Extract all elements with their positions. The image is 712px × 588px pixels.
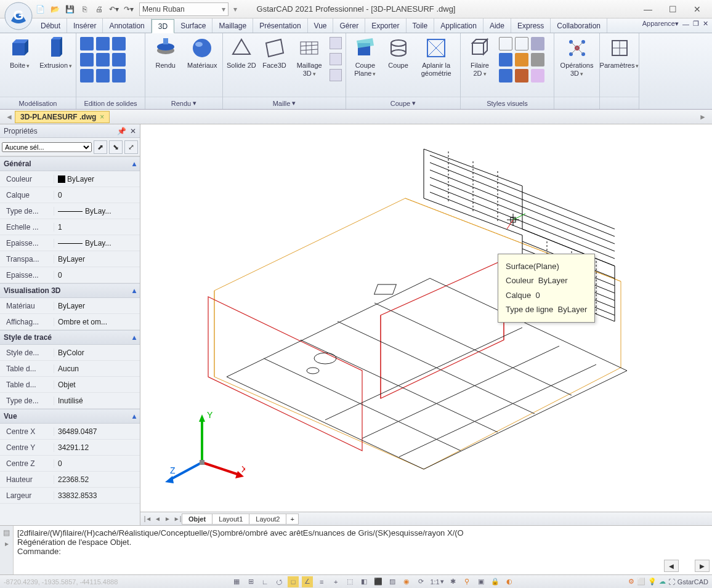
cmd-expand-icon[interactable]: ▸	[5, 539, 9, 548]
mdi-close-icon[interactable]: ✕	[703, 20, 708, 28]
cmd-scroll-right[interactable]: ►	[695, 560, 710, 572]
appearance-dropdown[interactable]: Apparence▾	[642, 20, 679, 28]
tab-collaboration[interactable]: Collaboration	[551, 18, 607, 33]
prop-row[interactable]: Centre X36489.0487	[0, 424, 140, 440]
hatch-icon[interactable]: ▨	[387, 576, 398, 587]
filaire2d-button[interactable]: Filaire 2D	[464, 37, 495, 78]
layout-tab-objet[interactable]: Objet	[182, 513, 212, 525]
scale-dropdown[interactable]: 1:1▾	[429, 576, 444, 587]
tab-maillage[interactable]: Maillage	[212, 18, 253, 33]
cmd-history-icon[interactable]: ▤	[3, 528, 10, 537]
group-style-trace[interactable]: Style de tracé▴	[0, 330, 140, 345]
lineweight-icon[interactable]: ≡	[316, 576, 327, 587]
visual-styles-grid[interactable]	[499, 37, 544, 83]
tab-exporter[interactable]: Exporter	[365, 18, 406, 33]
layout-first[interactable]: |◄	[143, 515, 153, 522]
panel-pin-icon[interactable]: 📌	[117, 127, 126, 135]
snap-grid-icon[interactable]: ▦	[231, 576, 242, 587]
prop-row[interactable]: Calque0	[0, 187, 140, 203]
prop-row[interactable]: Epaisse...ByLay...	[0, 235, 140, 251]
workspace-dropdown[interactable]: Menu Ruban▾	[139, 2, 229, 16]
tab-toile[interactable]: Toile	[407, 18, 435, 33]
saveas-icon[interactable]: ⎘	[79, 4, 90, 15]
extrusion-button[interactable]: Extrusion	[39, 37, 72, 70]
coupe-plane-button[interactable]: Coupe Plane	[350, 37, 381, 78]
prop-row[interactable]: Largeur33832.8533	[0, 488, 140, 504]
select-objects-icon[interactable]: ⬊	[109, 140, 123, 154]
tab-3d[interactable]: 3D	[152, 19, 174, 33]
lock-ui-icon[interactable]: 🔒	[490, 576, 501, 587]
doctab-next[interactable]: ►	[697, 113, 708, 121]
prop-row[interactable]: Style de...ByColor	[0, 345, 140, 361]
layout-last[interactable]: ►|	[172, 515, 182, 522]
drawing-canvas[interactable]: Y X Z Surface(Plane) Couleur ByLayer Cal…	[140, 124, 712, 512]
layout-next[interactable]: ►	[163, 515, 172, 522]
rendu-button[interactable]: Rendu	[149, 37, 182, 70]
prop-row[interactable]: Table d...Objet	[0, 377, 140, 393]
mesh-small-1[interactable]	[330, 37, 342, 49]
group-general[interactable]: Général▴	[0, 156, 140, 171]
tab-presentation[interactable]: Présentation	[253, 18, 307, 33]
layout-tab-layout1[interactable]: Layout1	[212, 513, 249, 525]
prop-row[interactable]: Type de...ByLay...	[0, 203, 140, 219]
selection-dropdown[interactable]: Aucune sél...	[2, 142, 92, 152]
prop-row[interactable]: Transpa...ByLayer	[0, 251, 140, 267]
open-icon[interactable]: 📂	[49, 4, 60, 15]
prop-row[interactable]: Echelle ...1	[0, 219, 140, 235]
undo-icon[interactable]: ↶▾	[108, 4, 119, 15]
cmd-scroll-left[interactable]: ◄	[664, 560, 679, 572]
transparency-icon[interactable]: ◧	[358, 576, 370, 587]
otrack-icon[interactable]: ∠	[302, 576, 313, 587]
doctab-prev[interactable]: ◄	[4, 113, 15, 121]
maximize-button[interactable]: ☐	[660, 1, 685, 18]
boite-button[interactable]: Boite	[4, 37, 36, 70]
maillage3d-button[interactable]: Maillage 3D	[293, 37, 326, 78]
prop-row[interactable]: MatériauByLayer	[0, 298, 140, 314]
coupe-button[interactable]: Coupe	[384, 37, 413, 70]
osnap-icon[interactable]: □	[288, 576, 299, 587]
tab-gerer[interactable]: Gérer	[333, 18, 365, 33]
layout-prev[interactable]: ◄	[153, 515, 163, 522]
mdi-min-icon[interactable]: —	[682, 20, 689, 28]
hardware-accel-icon[interactable]: ◐	[504, 576, 515, 587]
print-icon[interactable]: 🖨	[94, 4, 105, 15]
cloud-icon[interactable]: ☁	[659, 578, 666, 586]
annotation-scale-icon[interactable]: ⟳	[415, 576, 426, 587]
clean-screen-icon[interactable]: ⬜	[637, 578, 645, 586]
tab-surface[interactable]: Surface	[174, 18, 212, 33]
minimize-button[interactable]: —	[636, 1, 660, 18]
doctab-close-icon[interactable]: ×	[100, 113, 104, 121]
aplanir-button[interactable]: Aplanir la géométrie	[416, 37, 456, 78]
materiaux-button[interactable]: Matériaux	[186, 37, 219, 70]
grid-icon[interactable]: ⊞	[245, 576, 256, 587]
polar-icon[interactable]: ⭯	[273, 576, 285, 587]
prop-row[interactable]: Epaisse...0	[0, 267, 140, 283]
toggle-pickadd-icon[interactable]: ⤢	[124, 140, 138, 154]
quick-select-icon[interactable]: ⬈	[94, 140, 107, 154]
prop-row[interactable]: Type de...Inutilisé	[0, 393, 140, 409]
ortho-icon[interactable]: ∟	[259, 576, 270, 587]
isolate-icon[interactable]: ⚙	[628, 578, 634, 586]
panel-close-icon[interactable]: ✕	[130, 127, 136, 135]
lightbulb-icon[interactable]: 💡	[648, 578, 657, 586]
prop-row[interactable]: Hauteur22368.52	[0, 472, 140, 488]
model-icon[interactable]: ◉	[401, 576, 412, 587]
operations3d-button[interactable]: Opérations 3D	[558, 37, 596, 78]
annotation-vis-icon[interactable]: ✱	[447, 576, 458, 587]
tab-annotation[interactable]: Annotation	[103, 18, 151, 33]
face3d-button[interactable]: Face3D	[260, 37, 289, 70]
redo-icon[interactable]: ↷▾	[123, 4, 134, 15]
prop-row[interactable]: Centre Z0	[0, 456, 140, 472]
edition-solides-grid[interactable]	[80, 37, 126, 83]
layout-tab-layout2[interactable]: Layout2	[249, 513, 286, 525]
prop-row[interactable]: Affichag...Ombre et om...	[0, 314, 140, 330]
parametres-button[interactable]: Paramètres	[602, 37, 637, 70]
document-tab[interactable]: 3D-PLANESURF .dwg×	[15, 111, 110, 123]
workspace-icon[interactable]: ▣	[475, 576, 487, 587]
dyn-input-icon[interactable]: +	[330, 576, 341, 587]
close-button[interactable]: ✕	[685, 1, 710, 18]
qat-custom-icon[interactable]: ▾	[233, 5, 237, 14]
tab-inserer[interactable]: Insérer	[67, 18, 103, 33]
save-icon[interactable]: 💾	[64, 4, 75, 15]
layout-add[interactable]: +	[286, 513, 298, 525]
